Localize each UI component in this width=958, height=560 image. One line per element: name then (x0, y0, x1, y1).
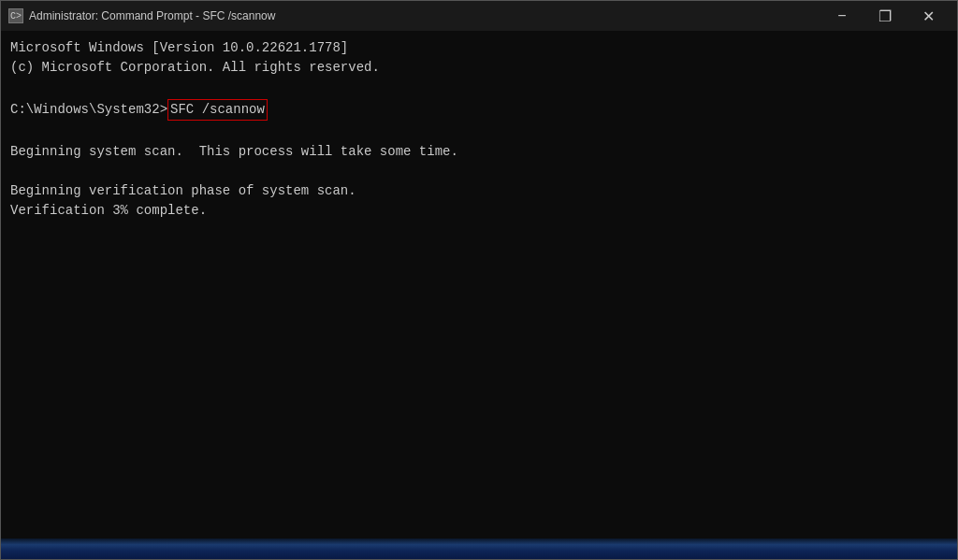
terminal-empty-1 (10, 78, 948, 97)
window-icon: C> (8, 8, 23, 23)
close-button[interactable]: ✕ (907, 1, 950, 31)
terminal-line-7: Beginning verification phase of system s… (10, 181, 948, 201)
terminal-empty-3 (10, 162, 948, 181)
terminal-prompt: C:\Windows\System32> (10, 100, 167, 120)
terminal-bottom-bar (1, 538, 957, 559)
minimize-button[interactable]: − (820, 1, 864, 31)
window-title: Administrator: Command Prompt - SFC /sca… (29, 9, 820, 22)
terminal-line-2: (c) Microsoft Corporation. All rights re… (10, 58, 948, 78)
terminal-line-8: Verification 3% complete. (10, 201, 948, 221)
terminal-command: SFC /scannow (167, 99, 268, 121)
window-controls: − ❐ ✕ (820, 1, 950, 31)
terminal-command-line: C:\Windows\System32>SFC /scannow (10, 99, 948, 121)
terminal-line-1: Microsoft Windows [Version 10.0.22621.17… (10, 38, 948, 58)
terminal-empty-2 (10, 122, 948, 142)
command-prompt-window: C> Administrator: Command Prompt - SFC /… (0, 0, 958, 560)
terminal-line-5: Beginning system scan. This process will… (10, 142, 948, 162)
terminal-body[interactable]: Microsoft Windows [Version 10.0.22621.17… (1, 31, 957, 538)
title-bar: C> Administrator: Command Prompt - SFC /… (1, 1, 957, 31)
restore-button[interactable]: ❐ (864, 1, 907, 31)
